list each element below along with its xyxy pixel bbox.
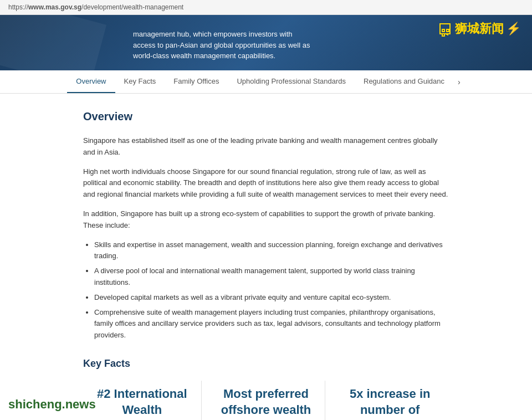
nav-item-family-offices[interactable]: Family Offices xyxy=(165,70,228,93)
overview-title: Overview xyxy=(83,110,449,126)
overview-para-2: High net worth individuals choose Singap… xyxy=(83,166,449,201)
key-fact-3-main: 5x increase in number of Family Offices xyxy=(339,386,441,420)
overview-section: Overview Singapore has established itsel… xyxy=(83,110,449,341)
url-https: https:// xyxy=(8,3,28,11)
watermark: shicheng.news xyxy=(8,397,96,412)
key-facts-grid: #2 International Wealth Management Centr… xyxy=(83,381,449,420)
overview-para-3: In addition, Singapore has built up a st… xyxy=(83,208,449,232)
bullet-item-3: Developed capital markets as well as a v… xyxy=(94,292,449,304)
nav-next-arrow[interactable]: › xyxy=(453,71,465,93)
key-fact-card-1: #2 International Wealth Management Centr… xyxy=(83,381,202,420)
key-fact-2-main: Most preferred offshore wealth hub xyxy=(216,386,317,420)
nav-item-overview[interactable]: Overview xyxy=(67,70,115,93)
url-domain: www.mas.gov.sg xyxy=(28,3,81,11)
bullet-item-4: Comprehensive suite of wealth management… xyxy=(94,307,449,341)
nav-item-regulations[interactable]: Regulations and Guidanc xyxy=(355,70,453,93)
key-facts-section: Key Facts #2 International Wealth Manage… xyxy=(83,358,449,420)
header-banner: management hub, which empowers investors… xyxy=(0,15,532,70)
key-facts-title: Key Facts xyxy=(83,358,449,370)
key-fact-card-2: Most preferred offshore wealth hub Among… xyxy=(207,381,326,420)
main-content: Overview Singapore has established itsel… xyxy=(72,94,460,420)
key-fact-card-3: 5x increase in number of Family Offices … xyxy=(331,381,449,420)
url-bar: https://www.mas.gov.sg/development/wealt… xyxy=(0,0,532,15)
overview-para-1: Singapore has established itself as one … xyxy=(83,135,449,158)
nav-item-professional-standards[interactable]: Upholding Professional Standards xyxy=(228,70,355,93)
bullet-item-1: Skills and expertise in asset management… xyxy=(94,239,449,263)
header-text: management hub, which empowers investors… xyxy=(133,26,310,62)
overview-bullet-list: Skills and expertise in asset management… xyxy=(94,239,449,341)
key-fact-1-main: #2 International Wealth Management Centr… xyxy=(91,386,193,420)
nav-bar: Overview Key Facts Family Offices Uphold… xyxy=(0,70,532,94)
bullet-item-2: A diverse pool of local and internationa… xyxy=(94,265,449,289)
url-path: /development/wealth-management xyxy=(81,3,183,11)
nav-item-key-facts[interactable]: Key Facts xyxy=(115,70,165,93)
